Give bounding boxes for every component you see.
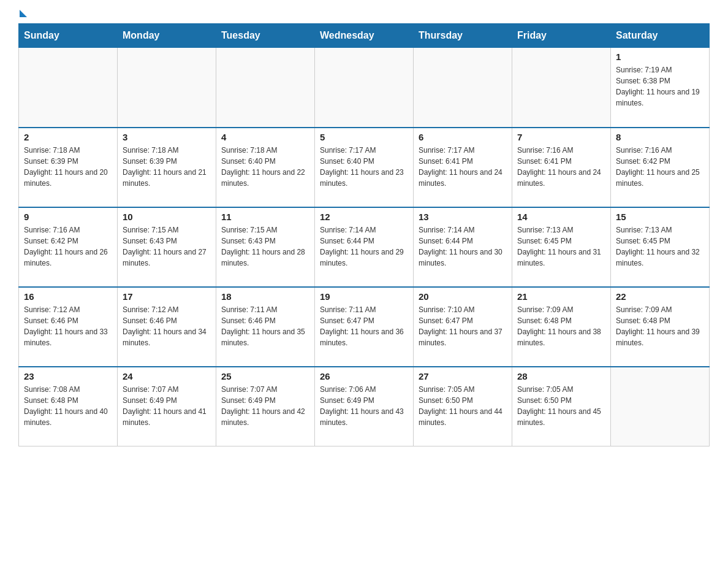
calendar-cell [611, 367, 710, 446]
day-number: 14 [517, 212, 605, 222]
logo [18, 12, 27, 17]
day-number: 27 [419, 371, 507, 381]
day-number: 8 [616, 132, 704, 142]
calendar-cell: 15Sunrise: 7:13 AM Sunset: 6:45 PM Dayli… [611, 207, 710, 287]
day-info: Sunrise: 7:11 AM Sunset: 6:46 PM Dayligh… [221, 304, 309, 348]
calendar-cell: 24Sunrise: 7:07 AM Sunset: 6:49 PM Dayli… [118, 367, 216, 446]
day-number: 26 [320, 371, 408, 381]
day-info: Sunrise: 7:14 AM Sunset: 6:44 PM Dayligh… [419, 224, 507, 269]
calendar-cell: 18Sunrise: 7:11 AM Sunset: 6:46 PM Dayli… [216, 287, 315, 367]
calendar-cell: 10Sunrise: 7:15 AM Sunset: 6:43 PM Dayli… [118, 207, 216, 287]
day-info: Sunrise: 7:18 AM Sunset: 6:39 PM Dayligh… [123, 145, 211, 189]
day-number: 17 [123, 291, 211, 302]
calendar-cell: 25Sunrise: 7:07 AM Sunset: 6:49 PM Dayli… [216, 367, 315, 446]
day-info: Sunrise: 7:08 AM Sunset: 6:48 PM Dayligh… [24, 384, 112, 428]
calendar-week-row: 23Sunrise: 7:08 AM Sunset: 6:48 PM Dayli… [19, 367, 710, 446]
calendar-week-row: 1Sunrise: 7:19 AM Sunset: 6:38 PM Daylig… [19, 48, 710, 128]
day-info: Sunrise: 7:05 AM Sunset: 6:50 PM Dayligh… [517, 384, 605, 428]
calendar-cell: 21Sunrise: 7:09 AM Sunset: 6:48 PM Dayli… [512, 287, 611, 367]
day-number: 21 [517, 291, 605, 302]
calendar-cell [315, 48, 414, 128]
day-number: 1 [616, 52, 704, 62]
page-header [18, 12, 710, 17]
calendar-cell: 9Sunrise: 7:16 AM Sunset: 6:42 PM Daylig… [19, 207, 118, 287]
day-info: Sunrise: 7:18 AM Sunset: 6:39 PM Dayligh… [24, 145, 112, 189]
day-info: Sunrise: 7:13 AM Sunset: 6:45 PM Dayligh… [616, 224, 704, 269]
day-number: 6 [419, 132, 507, 142]
weekday-header-tuesday: Tuesday [216, 24, 315, 48]
day-number: 9 [24, 212, 112, 222]
calendar-table: SundayMondayTuesdayWednesdayThursdayFrid… [18, 23, 710, 446]
day-info: Sunrise: 7:17 AM Sunset: 6:41 PM Dayligh… [419, 145, 507, 189]
day-info: Sunrise: 7:12 AM Sunset: 6:46 PM Dayligh… [24, 304, 112, 348]
calendar-cell: 13Sunrise: 7:14 AM Sunset: 6:44 PM Dayli… [414, 207, 512, 287]
day-info: Sunrise: 7:10 AM Sunset: 6:47 PM Dayligh… [419, 304, 507, 348]
day-info: Sunrise: 7:14 AM Sunset: 6:44 PM Dayligh… [320, 224, 408, 269]
day-info: Sunrise: 7:16 AM Sunset: 6:42 PM Dayligh… [24, 224, 112, 269]
day-number: 16 [24, 291, 112, 302]
weekday-header-saturday: Saturday [611, 24, 710, 48]
day-number: 11 [221, 212, 309, 222]
calendar-cell: 27Sunrise: 7:05 AM Sunset: 6:50 PM Dayli… [414, 367, 512, 446]
day-info: Sunrise: 7:16 AM Sunset: 6:41 PM Dayligh… [517, 145, 605, 189]
day-info: Sunrise: 7:12 AM Sunset: 6:46 PM Dayligh… [123, 304, 211, 348]
calendar-cell: 19Sunrise: 7:11 AM Sunset: 6:47 PM Dayli… [315, 287, 414, 367]
day-info: Sunrise: 7:07 AM Sunset: 6:49 PM Dayligh… [123, 384, 211, 428]
day-info: Sunrise: 7:15 AM Sunset: 6:43 PM Dayligh… [221, 224, 309, 269]
calendar-cell: 12Sunrise: 7:14 AM Sunset: 6:44 PM Dayli… [315, 207, 414, 287]
day-number: 25 [221, 371, 309, 381]
logo-triangle-icon [20, 10, 27, 17]
day-info: Sunrise: 7:09 AM Sunset: 6:48 PM Dayligh… [616, 304, 704, 348]
calendar-cell: 8Sunrise: 7:16 AM Sunset: 6:42 PM Daylig… [611, 128, 710, 207]
calendar-cell: 28Sunrise: 7:05 AM Sunset: 6:50 PM Dayli… [512, 367, 611, 446]
calendar-cell: 7Sunrise: 7:16 AM Sunset: 6:41 PM Daylig… [512, 128, 611, 207]
calendar-cell: 23Sunrise: 7:08 AM Sunset: 6:48 PM Dayli… [19, 367, 118, 446]
calendar-cell [118, 48, 216, 128]
day-info: Sunrise: 7:09 AM Sunset: 6:48 PM Dayligh… [517, 304, 605, 348]
calendar-header-row: SundayMondayTuesdayWednesdayThursdayFrid… [19, 24, 710, 48]
day-info: Sunrise: 7:13 AM Sunset: 6:45 PM Dayligh… [517, 224, 605, 269]
weekday-header-friday: Friday [512, 24, 611, 48]
calendar-cell [414, 48, 512, 128]
weekday-header-sunday: Sunday [19, 24, 118, 48]
day-info: Sunrise: 7:16 AM Sunset: 6:42 PM Dayligh… [616, 145, 704, 189]
day-number: 19 [320, 291, 408, 302]
calendar-cell: 2Sunrise: 7:18 AM Sunset: 6:39 PM Daylig… [19, 128, 118, 207]
day-info: Sunrise: 7:17 AM Sunset: 6:40 PM Dayligh… [320, 145, 408, 189]
day-number: 12 [320, 212, 408, 222]
calendar-cell: 20Sunrise: 7:10 AM Sunset: 6:47 PM Dayli… [414, 287, 512, 367]
calendar-week-row: 9Sunrise: 7:16 AM Sunset: 6:42 PM Daylig… [19, 207, 710, 287]
calendar-cell: 17Sunrise: 7:12 AM Sunset: 6:46 PM Dayli… [118, 287, 216, 367]
day-number: 4 [221, 132, 309, 142]
day-info: Sunrise: 7:05 AM Sunset: 6:50 PM Dayligh… [419, 384, 507, 428]
calendar-cell: 5Sunrise: 7:17 AM Sunset: 6:40 PM Daylig… [315, 128, 414, 207]
calendar-week-row: 16Sunrise: 7:12 AM Sunset: 6:46 PM Dayli… [19, 287, 710, 367]
day-info: Sunrise: 7:19 AM Sunset: 6:38 PM Dayligh… [616, 64, 704, 109]
day-number: 5 [320, 132, 408, 142]
calendar-cell: 14Sunrise: 7:13 AM Sunset: 6:45 PM Dayli… [512, 207, 611, 287]
calendar-cell: 4Sunrise: 7:18 AM Sunset: 6:40 PM Daylig… [216, 128, 315, 207]
day-number: 28 [517, 371, 605, 381]
calendar-cell: 22Sunrise: 7:09 AM Sunset: 6:48 PM Dayli… [611, 287, 710, 367]
day-info: Sunrise: 7:18 AM Sunset: 6:40 PM Dayligh… [221, 145, 309, 189]
calendar-cell: 26Sunrise: 7:06 AM Sunset: 6:49 PM Dayli… [315, 367, 414, 446]
day-info: Sunrise: 7:15 AM Sunset: 6:43 PM Dayligh… [123, 224, 211, 269]
day-number: 3 [123, 132, 211, 142]
day-info: Sunrise: 7:07 AM Sunset: 6:49 PM Dayligh… [221, 384, 309, 428]
calendar-cell: 16Sunrise: 7:12 AM Sunset: 6:46 PM Dayli… [19, 287, 118, 367]
day-info: Sunrise: 7:11 AM Sunset: 6:47 PM Dayligh… [320, 304, 408, 348]
calendar-cell [216, 48, 315, 128]
day-number: 2 [24, 132, 112, 142]
calendar-cell: 11Sunrise: 7:15 AM Sunset: 6:43 PM Dayli… [216, 207, 315, 287]
calendar-cell: 1Sunrise: 7:19 AM Sunset: 6:38 PM Daylig… [611, 48, 710, 128]
calendar-cell: 6Sunrise: 7:17 AM Sunset: 6:41 PM Daylig… [414, 128, 512, 207]
day-number: 23 [24, 371, 112, 381]
calendar-cell [512, 48, 611, 128]
day-number: 7 [517, 132, 605, 142]
day-number: 13 [419, 212, 507, 222]
day-number: 24 [123, 371, 211, 381]
calendar-cell [19, 48, 118, 128]
day-number: 20 [419, 291, 507, 302]
day-info: Sunrise: 7:06 AM Sunset: 6:49 PM Dayligh… [320, 384, 408, 428]
logo-blue-part [18, 12, 27, 17]
